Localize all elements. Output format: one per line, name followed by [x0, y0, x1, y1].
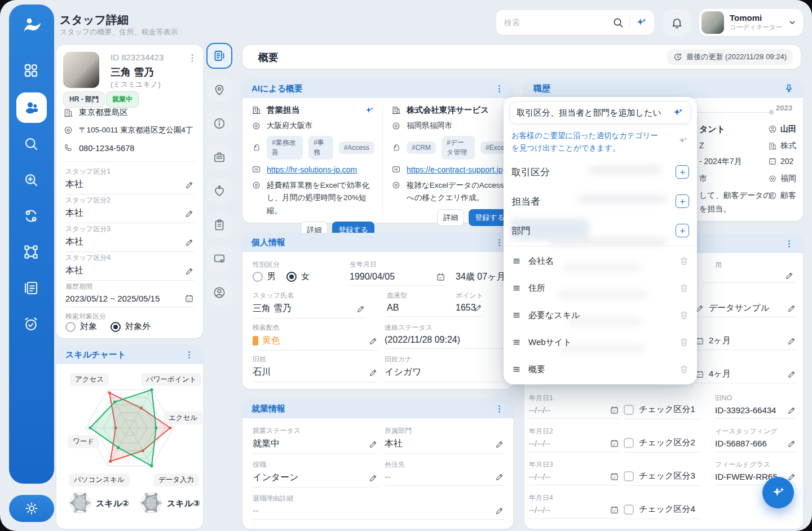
ai-assistant-fab[interactable] [762, 477, 794, 508]
drag-handle-icon[interactable] [511, 283, 522, 293]
sidebar-dashboard-icon[interactable] [23, 62, 41, 80]
popup-list-row-skills[interactable]: 必要なスキル [511, 308, 689, 322]
field-outsource: 外注先 -- [385, 460, 504, 486]
checkbox[interactable] [624, 438, 634, 448]
rail-payment-tab[interactable] [206, 246, 232, 272]
checkbox[interactable] [624, 471, 634, 481]
calendar-icon[interactable] [184, 294, 194, 303]
popup-list-row-address[interactable]: 住所 [511, 281, 689, 295]
sidebar-search-icon[interactable] [23, 135, 41, 153]
rail-person-tab[interactable] [206, 280, 232, 306]
theme-toggle-button[interactable] [9, 495, 54, 522]
edit-icon[interactable] [787, 439, 796, 448]
edit-icon[interactable] [369, 337, 378, 346]
search-icon[interactable] [612, 16, 624, 29]
edit-icon[interactable] [787, 406, 796, 415]
calendar-icon[interactable] [610, 405, 619, 415]
rail-info-tab[interactable] [206, 110, 232, 136]
checkbox[interactable] [624, 405, 634, 415]
edit-icon[interactable] [185, 180, 194, 189]
staff-card-menu[interactable] [187, 53, 197, 63]
sidebar-zoom-in-icon[interactable] [23, 171, 41, 189]
popup-list-row-website[interactable]: Webサイト [511, 335, 689, 349]
edit-icon[interactable] [185, 238, 194, 247]
calendar-icon[interactable] [610, 505, 619, 515]
notifications-button[interactable] [663, 9, 690, 36]
sidebar-alarm-check-icon[interactable] [23, 316, 41, 334]
ai-sparkles-icon[interactable] [635, 16, 647, 29]
ai-card-1: 営業担当 大阪府大阪市 #業務改善 #事務 #Access https://hr… [251, 105, 374, 238]
skill-chart-menu[interactable] [184, 350, 194, 360]
sidebar-journal-icon[interactable] [23, 280, 41, 298]
trash-icon[interactable] [679, 310, 689, 320]
ai-sparkles-icon[interactable] [364, 105, 374, 116]
history-text: を担当。 [699, 204, 731, 214]
user-menu[interactable]: Tomomi コーディネーター [699, 9, 803, 36]
employment-menu[interactable] [495, 404, 504, 414]
company-url-link[interactable]: https://e-contract-support.jp [407, 165, 502, 174]
page-title: スタッフ詳細 [60, 12, 129, 28]
radio-female[interactable]: 女 [286, 271, 310, 282]
ai-card-desc: 経費精算業務をExcelで効率化し、月間の処理時間を20%短縮。 [267, 179, 374, 217]
brand-logo[interactable] [20, 15, 43, 37]
add-button[interactable] [676, 165, 689, 179]
edit-icon[interactable] [356, 304, 365, 313]
sidebar-staff-icon[interactable] [16, 92, 47, 123]
edit-icon[interactable] [495, 472, 504, 481]
app-window: スタッフ詳細 スタッフの概要、住所、税金等表示 Tomomi コーディネーター … [0, 0, 812, 531]
add-button[interactable] [676, 224, 689, 237]
field-history-period: 履歴期間 2023/05/12 ~ 2025/05/15 [65, 282, 194, 307]
edit-icon[interactable] [785, 271, 794, 280]
calendar-icon[interactable] [610, 439, 619, 448]
trash-icon[interactable] [679, 283, 689, 293]
detail-button[interactable]: 詳細 [437, 209, 464, 226]
company-url-link[interactable]: https://hr-solutions-jp.com [267, 165, 357, 174]
popup-list-row-overview[interactable]: 概要 [511, 362, 689, 377]
checkbox[interactable] [624, 505, 634, 515]
ai-summary-menu[interactable] [495, 84, 504, 94]
edit-icon[interactable] [495, 440, 504, 449]
popup-list-row-company[interactable]: 会社名 [511, 254, 689, 268]
add-button[interactable] [676, 194, 689, 208]
staff-phone: 080-1234-5678 [79, 144, 134, 153]
edit-icon[interactable] [787, 304, 796, 313]
calendar-icon[interactable] [436, 272, 445, 282]
calendar-icon[interactable] [610, 472, 619, 481]
edit-icon[interactable] [787, 370, 796, 379]
edit-icon[interactable] [787, 472, 796, 481]
radio-male[interactable]: 男 [253, 271, 276, 282]
pushpin-icon[interactable] [784, 83, 794, 94]
search-input[interactable] [503, 17, 612, 28]
edit-icon[interactable] [495, 506, 504, 515]
edit-icon[interactable] [787, 337, 796, 346]
edit-icon[interactable] [369, 440, 378, 449]
detail-menu[interactable] [784, 239, 794, 249]
ai-card-company: 株式会社東洋サービス [407, 105, 489, 116]
drag-handle-icon[interactable] [511, 337, 522, 347]
edit-icon[interactable] [369, 474, 378, 483]
rail-location-tab[interactable] [206, 77, 232, 103]
sidebar [9, 5, 54, 484]
drag-handle-icon[interactable] [511, 256, 522, 266]
edit-icon[interactable] [369, 368, 378, 377]
sidebar-sync-people-icon[interactable] [23, 207, 41, 225]
person-icon [213, 286, 226, 299]
drag-handle-icon[interactable] [511, 364, 522, 374]
trash-icon[interactable] [679, 337, 689, 347]
tag-chip: #CRM [407, 141, 436, 154]
rail-health-tab[interactable] [206, 178, 232, 204]
radio-target[interactable]: 対象 [65, 321, 97, 332]
drag-handle-icon[interactable] [511, 310, 522, 320]
trash-icon[interactable] [679, 364, 689, 374]
personal-info-menu[interactable] [495, 238, 504, 247]
rail-briefcase-tab[interactable] [206, 144, 232, 170]
trash-icon[interactable] [679, 256, 689, 266]
radio-not-target[interactable]: 対象外 [111, 321, 151, 332]
rail-overview-tab[interactable] [206, 43, 232, 69]
rail-clipboard-tab[interactable] [206, 212, 232, 238]
edit-icon[interactable] [185, 267, 194, 276]
last-update-pill: 最後の更新 (2022/11/28 09:24) [667, 49, 793, 65]
sidebar-nodes-icon[interactable] [23, 244, 41, 262]
popup-query-box[interactable]: 取引区分、担当者と部門を追加したい [509, 101, 691, 124]
edit-icon[interactable] [185, 209, 194, 218]
